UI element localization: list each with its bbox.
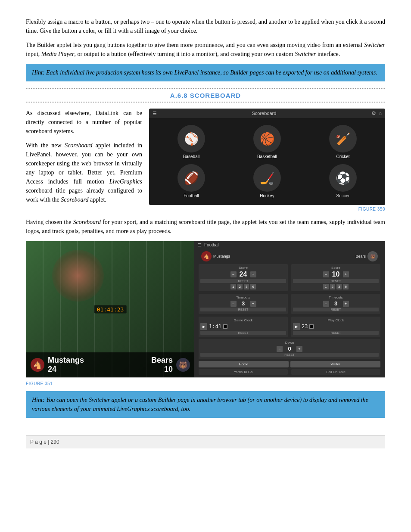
fb-score-row-1: − 24 + [200,271,286,278]
sport-item-basketball[interactable]: 🏀 Basketball [232,125,302,159]
sport-item-cricket[interactable]: 🏏 Cricket [308,125,378,159]
fb-play-clock-reset[interactable]: RESET [293,331,379,335]
fb-team2-name: Bears [355,254,366,258]
fb-play-clock-val: 23 [302,324,308,330]
sb-titlebar: ☰ Scoreboard ⚙ ⌂ [149,109,385,118]
fb-qbtn-2-3[interactable]: 3 [336,284,342,289]
p2-mediaplayer: Media Player [41,51,75,57]
fb-game-clock-play[interactable]: ▶ [200,323,207,330]
football-control-panel: ☰ Football 🐴 Mustangs Bears 🐻 [194,241,385,377]
p2-mid1: input, [26,51,41,57]
fb-qbtn-2-2[interactable]: 2 [330,284,335,289]
sport-label-football: Football [184,193,199,198]
football-timer: 01:41:23 [94,305,127,314]
fb-score-block-1: Score − 24 + RESET 1 2 3 6 [199,264,288,291]
fb-game-clock-row: ▶ 1:41 ■ [200,323,286,330]
two-column-layout: As discussed elsewhere, DataLink can be … [26,109,385,213]
sport-label-baseball: Baseball [183,154,199,159]
fb-play-clock-block: Play Clock ▶ 23 ■ RESET [291,317,380,337]
football-field-view: 01:41:23 🐴 Mustangs 24 [26,241,194,377]
sport-item-football[interactable]: 🏈 Football [156,164,227,198]
fb-down-section: Down − 0 + RESET [197,339,382,359]
fb-score-reset-2[interactable]: RESET [293,279,379,283]
fb-timeout-inc-1[interactable]: + [250,301,256,307]
football-score-overlay: 🐴 Mustangs 24 Bears 10 🐻 [26,352,194,377]
fb-qbtn-1-6[interactable]: 6 [250,284,255,289]
fb-play-clock-label: Play Clock [293,318,379,322]
hint-box-2: Hint: You can open the Switcher applet o… [26,391,385,418]
section-header-scoreboard: A.6.8 SCOREBOARD [26,88,385,103]
fb-qbtn-1-2[interactable]: 2 [237,284,243,289]
team1-name: Mustangs [48,356,84,365]
fb-score-dec-1[interactable]: − [230,271,237,277]
p4-start: With the new [26,142,65,149]
fb-visitor-btn[interactable]: Visitor [290,361,380,367]
p2-text-start: The Builder applet lets you gang buttons… [26,42,364,48]
fb-ball-on-yard-label: Ball On Yard [293,370,379,374]
right-column: ☰ Scoreboard ⚙ ⌂ ⚾ Baseball 🏀 Basketball… [149,109,385,213]
fb-qbtn-1-3[interactable]: 3 [244,284,249,289]
fb-down-dec[interactable]: − [277,346,283,352]
fb-down-inc[interactable]: + [296,346,302,352]
fb-timeout-section: Timeouts − 3 + RESET Timeouts − 3 [197,294,382,314]
fb-score-inc-2[interactable]: + [343,271,349,277]
fb-play-clock-play[interactable]: ▶ [293,323,300,330]
fb-timeout-inc-2[interactable]: + [343,301,349,307]
fb-down-block: Down − 0 + RESET [199,339,380,359]
fb-score-reset-1[interactable]: RESET [200,279,286,283]
fb-yards-to-go-label: Yards To Go [200,370,286,374]
fb-team1-name: Mustangs [213,254,230,258]
team1-score: 24 [48,365,84,374]
fb-qbtn-1-1[interactable]: 1 [230,284,236,289]
p2-end: interface. [316,51,340,57]
sport-item-soccer[interactable]: ⚽ Soccer [308,164,378,198]
sport-item-hockey[interactable]: 🏒 Hockey [232,164,302,198]
p5-scoreboard: Scoreboard [73,219,101,225]
paragraph-3: As discussed elsewhere, DataLink can be … [26,109,142,136]
fb-score-inc-1[interactable]: + [250,271,256,277]
page-content: Flexibly assign a macro to a button, or … [26,17,385,418]
fb-score-label-1: Score [200,266,286,270]
fb-game-clock-reset[interactable]: RESET [200,331,286,335]
fb-timeout-label-1: Timeouts [200,296,286,299]
p4-scoreboard: Scoreboard [65,142,92,149]
fb-timeout-reset-1[interactable]: RESET [200,308,286,311]
fb-menu-icon: ☰ [198,243,202,247]
sb-title: Scoreboard [252,111,276,116]
fb-timeout-dec-2[interactable]: − [323,301,329,307]
fb-home-btn[interactable]: Home [199,361,289,367]
fb-timeout-row-1: − 3 + [200,300,286,307]
paragraph-2: The Builder applet lets you gang buttons… [26,40,385,59]
fb-score-block-2: Score − 10 + RESET 1 2 3 6 [291,264,380,291]
fb-team2-block: Bears 🐻 [355,251,378,261]
paragraph-5: Having chosen the Scoreboard for your sp… [26,218,385,236]
fb-team1-block: 🐴 Mustangs [201,251,230,261]
fb-down-reset[interactable]: RESET [200,353,379,357]
fb-qbtn-2-6[interactable]: 6 [343,284,348,289]
fb-possession-btns: Home Visitor [197,361,382,367]
fb-game-clock-stop[interactable]: ■ [223,324,227,329]
team2-score: 10 [151,365,173,374]
fb-timeout-dec-1[interactable]: − [230,301,237,307]
sb-menu-icon: ☰ [153,111,157,116]
p2-switcher1: Switcher [364,42,385,48]
team2-info: Bears 10 🐻 [151,356,190,374]
scoreboard-bottom: 🐴 Mustangs 24 Bears 10 🐻 [31,356,190,374]
fb-score-row-2: − 10 + [293,271,379,278]
fb-yards-row: Yards To Go Ball On Yard [197,369,382,375]
fb-play-clock-row: ▶ 23 ■ [293,323,379,330]
p5-start: Having chosen the [26,219,73,225]
fb-qbtn-2-1[interactable]: 1 [323,284,328,289]
sport-item-baseball[interactable]: ⚾ Baseball [156,125,227,159]
fb-score-dec-2[interactable]: − [323,271,329,277]
sb-icons: ⚙ ⌂ [371,110,382,116]
figure-350-label: FIGURE 350 [149,207,385,212]
fb-down-label: Down [200,341,379,345]
page-number: P a g e | 290 [30,439,59,445]
fb-timeout-reset-2[interactable]: RESET [293,308,379,311]
fb-play-clock-stop[interactable]: ■ [309,324,314,329]
p2-switcher2: Switcher [295,51,316,57]
fb-score-section: Score − 24 + RESET 1 2 3 6 [197,264,382,291]
page-footer: P a g e | 290 [26,435,385,448]
football-section: 01:41:23 🐴 Mustangs 24 [26,241,385,378]
